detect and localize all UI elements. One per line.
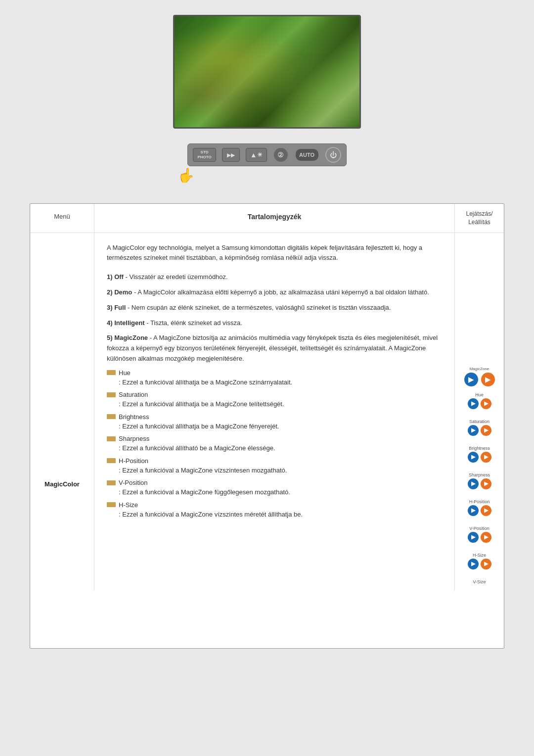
hsize-left-arrow: ▶ [468,559,479,569]
sidebar-magiczone-group: MagicZone ▶ ▶ [464,367,495,386]
item-full-label: 3) Full [107,304,126,311]
sub-label-hsize: H-Size [107,501,442,509]
sidebar-vposition-group: V-Position ▶ ▶ [468,526,491,548]
item-magiczone-label: 5) MagicZone [107,334,148,341]
power-button[interactable]: ⏻ [325,147,341,163]
control-bar-wrapper: STDPHOTO ▶▶ ▲☀ ② AUTO ⏻ 👆 [187,143,346,184]
saturation-right-arrow: ▶ [481,425,491,436]
sidebar-brightness-group: Brightness ▶ ▶ [468,446,491,468]
header-row: Menü Tartalomjegyzék Lejátszás/Leállítás [30,204,504,233]
vposition-icon [107,480,116,485]
sharpness-icon [107,436,116,441]
sub-label-hposition: H-Position [107,457,442,465]
magiczone-arrows: ▶ ▶ [464,373,495,386]
main-content: Menü Tartalomjegyzék Lejátszás/Leállítás… [30,203,504,649]
control-bar-section: STDPHOTO ▶▶ ▲☀ ② AUTO ⏻ 👆 [0,139,534,198]
magiczone-right-arrow: ▶ [481,373,495,386]
hue-left-arrow: ▶ [468,398,479,409]
forward-button[interactable]: ▶▶ [222,148,240,162]
sidebar-hsize-label: H-Size [473,553,486,558]
saturation-label-text: Saturation [119,391,148,398]
item-full-text: - Nem csupán az élénk színeket, de a ter… [126,304,391,311]
body-content: A MagicColor egy technológia, melyet a S… [94,233,454,590]
item-intelligent: 4) Intelligent - Tiszta, élénk színeket … [107,318,442,329]
sub-section-brightness: Brightness : Ezzel a funkcióval állíthat… [107,413,442,431]
body-row: MagicColor A MagicColor egy technológia,… [30,233,504,590]
intro-paragraph: A MagicColor egy technológia, melyet a S… [107,243,442,264]
page-wrapper: STDPHOTO ▶▶ ▲☀ ② AUTO ⏻ 👆 Menü Tartalomj… [0,0,534,649]
brightness-right-arrow: ▶ [481,452,491,463]
header-playback-label: Lejátszás/Leállítás [454,204,504,233]
item-intelligent-label: 4) Intelligent [107,319,145,327]
sidebar-hposition-group: H-Position ▶ ▶ [468,499,491,521]
hue-desc: : Ezzel a funkcióval állíthatja be a Mag… [119,378,442,387]
item-magiczone: 5) MagicZone - A MagicZone biztosítja az… [107,333,442,364]
hsize-desc: : Ezzel a funkcióval a MagicZone vízszin… [119,510,442,520]
sub-section-hue: Hue : Ezzel a funkcióval állíthatja be a… [107,369,442,387]
brightness-button[interactable]: ▲☀ [246,148,267,162]
finger-pointer-icon: 👆 [178,167,195,184]
hue-icon [107,370,116,375]
brightness-icon [107,414,116,419]
saturation-left-arrow: ▶ [468,425,479,436]
sidebar-saturation-label: Saturation [469,419,490,424]
sidebar-sharpness-group: Sharpness ▶ ▶ [468,472,491,494]
sidebar-hposition-arrows: ▶ ▶ [468,505,491,516]
sidebar-vposition-arrows: ▶ ▶ [468,532,491,543]
sidebar-hsize-arrows: ▶ ▶ [468,559,491,569]
sub-section-saturation: Saturation : Ezzel a funkcióval állíthat… [107,391,442,409]
body-menu-label: MagicColor [30,233,94,590]
hposition-icon [107,458,116,463]
brightness-desc: : Ezzel a funkcióval állíthatja be a Mag… [119,422,442,431]
two-button[interactable]: ② [273,147,289,163]
item-intelligent-text: - Tiszta, élénk színeket ad vissza. [145,319,242,327]
hue-label-text: Hue [119,369,131,377]
body-sidebar: MagicZone ▶ ▶ Hue ▶ ▶ Saturation [454,233,504,590]
hsize-label-text: H-Size [119,501,138,509]
control-bar: STDPHOTO ▶▶ ▲☀ ② AUTO ⏻ [187,143,346,166]
sharpness-desc: : Ezzel a funkcióval állítható be a Magi… [119,443,442,453]
hsize-right-arrow: ▶ [481,559,491,569]
hposition-label-text: H-Position [119,457,148,465]
header-toc-label: Tartalomjegyzék [94,204,454,233]
sidebar-hue-arrows: ▶ ▶ [468,398,491,409]
hsize-icon [107,502,116,507]
sidebar-hsize-group: H-Size ▶ ▶ [468,553,491,574]
vposition-label-text: V-Position [119,479,148,486]
sub-section-hposition: H-Position : Ezzel a funkcióval a MagicZ… [107,457,442,475]
sidebar-vposition-label: V-Position [469,526,490,531]
vposition-left-arrow: ▶ [468,532,479,543]
item-demo: 2) Demo - A MagicColor alkalmazása előtt… [107,287,442,298]
sharpness-right-arrow: ▶ [481,478,491,489]
auto-button[interactable]: AUTO [295,148,319,162]
sidebar-hue-group: Hue ▶ ▶ [468,392,491,414]
sub-label-hue: Hue [107,369,442,377]
sidebar-vsize-label: V-Size [473,579,486,584]
saturation-icon [107,392,116,397]
header-menu-label: Menü [30,204,94,233]
sidebar-hue-label: Hue [475,392,484,397]
item-full: 3) Full - Nem csupán az élénk színeket, … [107,303,442,313]
std-photo-button[interactable]: STDPHOTO [193,148,216,162]
sidebar-sharpness-arrows: ▶ ▶ [468,478,491,489]
brightness-label-text: Brightness [119,413,149,421]
sidebar-hposition-label: H-Position [469,499,490,504]
top-image-section [0,0,534,139]
sidebar-brightness-label: Brightness [469,446,490,451]
sidebar-saturation-arrows: ▶ ▶ [468,425,491,436]
sidebar-brightness-arrows: ▶ ▶ [468,452,491,463]
hposition-left-arrow: ▶ [468,505,479,516]
monitor-image [173,15,361,129]
sidebar-sharpness-label: Sharpness [469,472,490,477]
saturation-desc: : Ezzel a funkcióval állíthatja be a Mag… [119,399,442,409]
item-magiczone-text: - A MagicZone biztosítja az animációs mu… [107,334,438,362]
sharpness-label-text: Sharpness [119,435,149,442]
item-demo-label: 2) Demo [107,288,132,296]
sub-label-brightness: Brightness [107,413,442,421]
sub-section-sharpness: Sharpness : Ezzel a funkcióval állítható… [107,435,442,453]
item-demo-text: - A MagicColor alkalmazása előtti képern… [132,288,429,296]
magiczone-sidebar-label: MagicZone [470,367,490,371]
hposition-desc: : Ezzel a funkcióval a MagicZone vízszin… [119,466,442,475]
hue-right-arrow: ▶ [481,398,491,409]
sub-section-hsize: H-Size : Ezzel a funkcióval a MagicZone … [107,501,442,520]
